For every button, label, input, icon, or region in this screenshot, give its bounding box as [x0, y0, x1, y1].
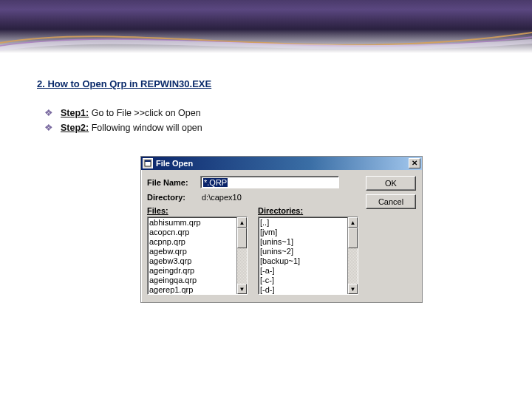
scrollbar-track[interactable] — [237, 228, 247, 284]
ok-button[interactable]: OK — [366, 176, 416, 191]
step1-label: Step1: — [61, 108, 89, 118]
list-item[interactable]: [-a-] — [260, 266, 346, 276]
dialog-titlebar[interactable]: File Open ✕ — [141, 157, 422, 170]
filename-label: File Name: — [147, 178, 200, 187]
directories-listbox[interactable]: [..] [jvm] [unins~1] [unins~2] [backup~1… — [258, 216, 358, 295]
list-item[interactable]: [unins~1] — [260, 237, 346, 247]
diamond-bullet-icon: ❖ — [44, 120, 53, 135]
list-item[interactable]: acopcn.qrp — [149, 228, 235, 237]
system-menu-icon[interactable] — [143, 158, 153, 168]
step-1: ❖ Step1: Go to File >>click on Open — [44, 106, 495, 120]
filename-value: *.QRP — [203, 178, 228, 187]
directory-label: Directory: — [147, 193, 200, 202]
scrollbar[interactable]: ▲ ▼ — [236, 217, 247, 294]
list-item[interactable]: [..] — [260, 218, 346, 228]
scrollbar-thumb[interactable] — [348, 228, 358, 248]
steps-list: ❖ Step1: Go to File >>click on Open ❖ St… — [44, 106, 495, 135]
list-item[interactable]: [jvm] — [260, 228, 346, 237]
svg-rect-1 — [145, 160, 151, 162]
list-item[interactable]: ageingqa.qrp — [149, 276, 235, 285]
scrollbar-thumb[interactable] — [237, 228, 247, 248]
list-item[interactable]: [-d-] — [260, 285, 346, 295]
list-item[interactable]: agebw3.qrp — [149, 256, 235, 266]
list-item[interactable]: [unins~2] — [260, 247, 346, 256]
close-icon: ✕ — [412, 160, 417, 167]
step2-text: Following window will open — [89, 123, 202, 133]
scrollbar[interactable]: ▲ ▼ — [347, 217, 358, 294]
scroll-down-icon[interactable]: ▼ — [348, 284, 358, 294]
list-item[interactable]: [-c-] — [260, 276, 346, 285]
section-title: 2. How to Open Qrp in REPWIN30.EXE — [37, 78, 495, 89]
step1-text: Go to File >>click on Open — [89, 108, 200, 118]
files-listbox[interactable]: abhisumm.qrp acopcn.qrp acpnp.qrp agebw.… — [147, 216, 248, 295]
list-item[interactable]: abhisumm.qrp — [149, 218, 235, 228]
scroll-down-icon[interactable]: ▼ — [237, 284, 247, 294]
cancel-button[interactable]: Cancel — [366, 194, 416, 209]
list-item[interactable]: agebw.qrp — [149, 247, 235, 256]
directory-value: d:\capex10 — [200, 193, 242, 202]
scroll-up-icon[interactable]: ▲ — [237, 217, 247, 228]
diamond-bullet-icon: ❖ — [44, 106, 53, 120]
list-item[interactable]: [backup~1] — [260, 256, 346, 266]
list-item[interactable]: ageingdr.qrp — [149, 266, 235, 276]
directories-header: Directories: — [258, 206, 358, 215]
step-2: ❖ Step2: Following window will open — [44, 120, 495, 135]
step2-label: Step2: — [61, 123, 89, 133]
slide-banner — [0, 0, 532, 53]
dialog-title: File Open — [156, 159, 409, 168]
close-button[interactable]: ✕ — [409, 158, 420, 168]
filename-input[interactable]: *.QRP — [200, 176, 339, 188]
files-header: Files: — [147, 206, 248, 215]
list-item[interactable]: agerep1.qrp — [149, 285, 235, 295]
list-item[interactable]: acpnp.qrp — [149, 237, 235, 247]
file-open-dialog: File Open ✕ OK Cancel File Name: *.QRP — [140, 156, 423, 303]
scrollbar-track[interactable] — [348, 228, 358, 284]
scroll-up-icon[interactable]: ▲ — [348, 217, 358, 228]
decorative-swoosh — [0, 28, 532, 58]
